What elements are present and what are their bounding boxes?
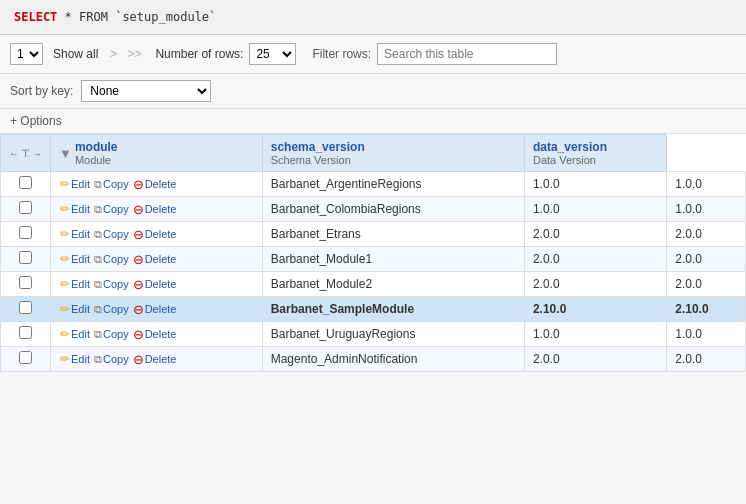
edit-button[interactable]: ✏ Edit (59, 352, 91, 366)
left-arrow-icon[interactable]: ← (9, 148, 19, 159)
row-actions-cell: ✏ Edit⧉ Copy⊖ Delete (51, 322, 263, 347)
delete-button[interactable]: ⊖ Delete (132, 327, 178, 342)
edit-button[interactable]: ✏ Edit (59, 177, 91, 191)
copy-icon: ⧉ (94, 303, 102, 316)
row-actions-cell: ✏ Edit⧉ Copy⊖ Delete (51, 222, 263, 247)
delete-label: Delete (145, 353, 177, 365)
delete-button[interactable]: ⊖ Delete (132, 302, 178, 317)
edit-label: Edit (71, 178, 90, 190)
search-input[interactable] (377, 43, 557, 65)
pencil-icon: ✏ (60, 252, 70, 266)
row-schema-version: 1.0.0 (524, 197, 666, 222)
delete-icon: ⊖ (133, 252, 144, 267)
col-header-module: ▼ module Module (51, 135, 263, 172)
row-checkbox-cell (1, 172, 51, 197)
copy-button[interactable]: ⧉ Copy (93, 278, 130, 291)
delete-button[interactable]: ⊖ Delete (132, 277, 178, 292)
delete-icon: ⊖ (133, 227, 144, 242)
row-schema-version: 1.0.0 (524, 172, 666, 197)
copy-label: Copy (103, 178, 129, 190)
row-checkbox[interactable] (19, 326, 32, 339)
pencil-icon: ✏ (60, 202, 70, 216)
options-link[interactable]: + Options (10, 114, 62, 128)
pencil-icon: ✏ (60, 177, 70, 191)
toolbar-row: 1 Show all > >> Number of rows: 25 50 10… (0, 35, 746, 74)
copy-button[interactable]: ⧉ Copy (93, 253, 130, 266)
row-checkbox[interactable] (19, 276, 32, 289)
row-data-version: 2.0.0 (667, 272, 746, 297)
copy-label: Copy (103, 253, 129, 265)
row-data-version: 1.0.0 (667, 197, 746, 222)
row-schema-version: 2.0.0 (524, 272, 666, 297)
row-schema-version: 2.10.0 (524, 297, 666, 322)
col-resize-icon: ⊤ (21, 148, 30, 159)
row-checkbox[interactable] (19, 226, 32, 239)
edit-button[interactable]: ✏ Edit (59, 277, 91, 291)
delete-button[interactable]: ⊖ Delete (132, 352, 178, 367)
row-actions-cell: ✏ Edit⧉ Copy⊖ Delete (51, 347, 263, 372)
gt-icon: > (108, 47, 119, 61)
row-module: Barbanet_UruguayRegions (262, 322, 524, 347)
table-row: ✏ Edit⧉ Copy⊖ DeleteBarbanet_ArgentineRe… (1, 172, 746, 197)
data-table: ← ⊤ → ▼ module Module schema_ve (0, 134, 746, 372)
delete-icon: ⊖ (133, 277, 144, 292)
row-schema-version: 1.0.0 (524, 322, 666, 347)
table-container: ← ⊤ → ▼ module Module schema_ve (0, 134, 746, 372)
edit-button[interactable]: ✏ Edit (59, 252, 91, 266)
row-checkbox[interactable] (19, 251, 32, 264)
delete-label: Delete (145, 203, 177, 215)
row-checkbox[interactable] (19, 351, 32, 364)
copy-button[interactable]: ⧉ Copy (93, 328, 130, 341)
rows-per-page-select[interactable]: 25 50 100 (249, 43, 296, 65)
edit-label: Edit (71, 228, 90, 240)
copy-button[interactable]: ⧉ Copy (93, 203, 130, 216)
copy-icon: ⧉ (94, 203, 102, 216)
row-actions-cell: ✏ Edit⧉ Copy⊖ Delete (51, 297, 263, 322)
delete-button[interactable]: ⊖ Delete (132, 202, 178, 217)
edit-label: Edit (71, 328, 90, 340)
edit-label: Edit (71, 203, 90, 215)
copy-button[interactable]: ⧉ Copy (93, 178, 130, 191)
row-actions-cell: ✏ Edit⧉ Copy⊖ Delete (51, 172, 263, 197)
delete-icon: ⊖ (133, 177, 144, 192)
row-module: Barbanet_ColombiaRegions (262, 197, 524, 222)
sql-keyword: SELECT (14, 10, 57, 24)
table-header-row: ← ⊤ → ▼ module Module schema_ve (1, 135, 746, 172)
row-module: Barbanet_Etrans (262, 222, 524, 247)
copy-button[interactable]: ⧉ Copy (93, 353, 130, 366)
delete-button[interactable]: ⊖ Delete (132, 177, 178, 192)
row-checkbox-cell (1, 347, 51, 372)
show-all-button[interactable]: Show all (49, 45, 102, 63)
row-checkbox[interactable] (19, 176, 32, 189)
row-data-version: 2.10.0 (667, 297, 746, 322)
copy-button[interactable]: ⧉ Copy (93, 303, 130, 316)
copy-button[interactable]: ⧉ Copy (93, 228, 130, 241)
edit-button[interactable]: ✏ Edit (59, 302, 91, 316)
right-arrow-icon[interactable]: → (32, 148, 42, 159)
edit-button[interactable]: ✏ Edit (59, 202, 91, 216)
copy-label: Copy (103, 203, 129, 215)
table-row: ✏ Edit⧉ Copy⊖ DeleteBarbanet_Module22.0.… (1, 272, 746, 297)
copy-icon: ⧉ (94, 228, 102, 241)
copy-icon: ⧉ (94, 178, 102, 191)
delete-button[interactable]: ⊖ Delete (132, 227, 178, 242)
row-actions: ✏ Edit⧉ Copy⊖ Delete (59, 352, 254, 367)
col-header-cb: ← ⊤ → (1, 135, 51, 172)
delete-button[interactable]: ⊖ Delete (132, 252, 178, 267)
sort-label: Sort by key: (10, 84, 73, 98)
page-number-select[interactable]: 1 (10, 43, 43, 65)
pencil-icon: ✏ (60, 302, 70, 316)
gtgt-icon: >> (125, 47, 143, 61)
row-checkbox-cell (1, 247, 51, 272)
sort-select[interactable]: None (81, 80, 211, 102)
edit-label: Edit (71, 303, 90, 315)
delete-icon: ⊖ (133, 302, 144, 317)
col-sort-down-icon[interactable]: ▼ (59, 146, 72, 161)
row-checkbox[interactable] (19, 201, 32, 214)
row-checkbox[interactable] (19, 301, 32, 314)
pencil-icon: ✏ (60, 327, 70, 341)
edit-button[interactable]: ✏ Edit (59, 327, 91, 341)
edit-button[interactable]: ✏ Edit (59, 227, 91, 241)
row-checkbox-cell (1, 222, 51, 247)
col-header-data-version: data_version Data Version (524, 135, 666, 172)
